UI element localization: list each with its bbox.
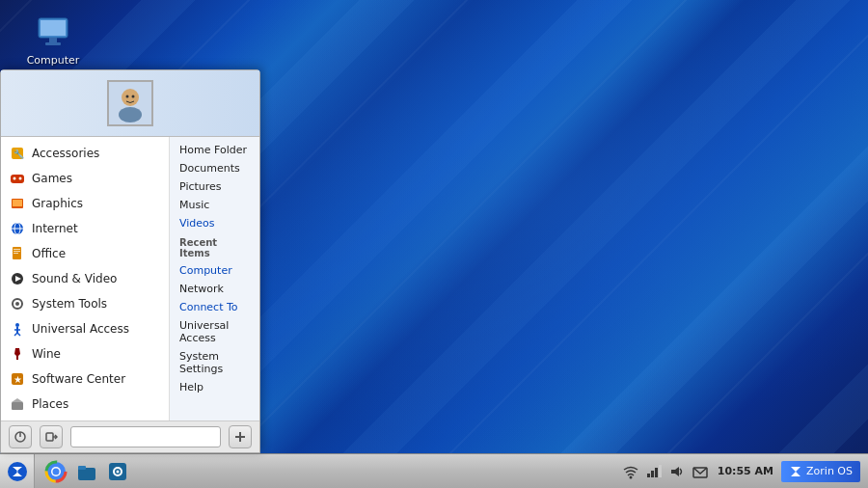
games-icon	[9, 170, 26, 187]
menu-item-sound-video[interactable]: Sound & Video	[1, 266, 169, 291]
menu-right-column: Home Folder Documents Pictures Music Vid…	[170, 137, 259, 420]
menu-right-computer[interactable]: Computer	[170, 261, 259, 280]
svg-rect-42	[46, 433, 53, 441]
menu-item-places[interactable]: Places	[1, 392, 169, 417]
accessories-icon: 🔧	[9, 145, 26, 162]
menu-item-internet[interactable]: Internet	[1, 216, 169, 241]
menu-right-music[interactable]: Music	[170, 196, 259, 214]
os-label: Zorin OS	[806, 465, 853, 477]
menu-item-universal-access[interactable]: Universal Access	[1, 316, 169, 341]
menu-item-wine[interactable]: Wine	[1, 341, 169, 366]
svg-point-29	[15, 302, 19, 306]
svg-rect-18	[13, 200, 22, 206]
menu-right-universal-access[interactable]: Universal Access	[170, 316, 259, 347]
svg-point-58	[117, 470, 120, 473]
svg-marker-66	[791, 467, 800, 476]
menu-body: 🔧 Accessories Games Graphics	[1, 137, 259, 420]
svg-text:🔧: 🔧	[14, 149, 25, 160]
svg-rect-3	[45, 42, 61, 45]
menu-bottom-bar	[1, 420, 259, 452]
svg-marker-35	[14, 348, 20, 360]
system-tools-icon	[9, 295, 26, 312]
menu-right-network[interactable]: Network	[170, 280, 259, 298]
start-menu: 🔧 Accessories Games Graphics	[0, 69, 260, 453]
signal-icon[interactable]	[644, 462, 664, 481]
menu-item-games[interactable]: Games	[1, 166, 169, 191]
menu-item-accessories[interactable]: 🔧 Accessories	[1, 141, 169, 166]
taskbar-settings[interactable]	[104, 458, 131, 485]
svg-rect-25	[14, 253, 18, 254]
svg-point-59	[629, 475, 632, 478]
start-button[interactable]	[0, 454, 35, 489]
svg-marker-64	[671, 467, 679, 476]
software-center-icon: ★	[9, 370, 26, 388]
svg-point-9	[119, 107, 142, 122]
menu-right-system-settings[interactable]: System Settings	[170, 347, 259, 378]
desktop: Computer home	[0, 0, 868, 488]
svg-line-34	[17, 333, 20, 336]
svg-point-16	[19, 177, 22, 180]
zorin-badge[interactable]: Zorin OS	[781, 461, 860, 482]
svg-rect-2	[49, 38, 57, 42]
svg-point-10	[126, 95, 129, 98]
menu-right-videos[interactable]: Videos	[170, 214, 259, 232]
shutdown-button[interactable]	[9, 425, 32, 448]
search-input[interactable]	[70, 426, 221, 447]
svg-rect-55	[78, 466, 86, 470]
computer-icon	[34, 14, 72, 52]
taskbar-apps	[35, 458, 139, 485]
svg-rect-14	[11, 175, 24, 183]
menu-user-area	[1, 70, 259, 137]
menu-item-software-center[interactable]: ★ Software Center	[1, 366, 169, 392]
svg-point-8	[122, 89, 139, 106]
logout-button[interactable]	[40, 425, 63, 448]
add-button[interactable]	[229, 425, 252, 448]
menu-right-connect-to[interactable]: Connect To	[170, 298, 259, 316]
menu-item-graphics[interactable]: Graphics	[1, 191, 169, 216]
svg-rect-61	[651, 471, 654, 477]
places-icon	[9, 395, 26, 413]
svg-point-11	[132, 95, 135, 98]
office-icon	[9, 245, 26, 262]
sound-video-icon	[9, 270, 26, 287]
menu-item-office[interactable]: Office	[1, 241, 169, 266]
menu-left-column: 🔧 Accessories Games Graphics	[1, 137, 170, 420]
internet-icon	[9, 220, 26, 237]
clock: 10:55 AM	[714, 465, 777, 477]
svg-point-30	[15, 323, 19, 327]
svg-point-53	[53, 468, 60, 474]
svg-rect-63	[659, 465, 662, 477]
volume-icon[interactable]	[667, 462, 687, 481]
menu-item-system-tools[interactable]: System Tools	[1, 291, 169, 316]
svg-rect-62	[655, 468, 658, 477]
svg-rect-23	[14, 249, 20, 250]
menu-right-recent-items-header: Recent Items	[170, 232, 259, 261]
taskbar-left	[0, 454, 139, 488]
computer-icon-label: Computer	[27, 54, 80, 67]
wifi-icon[interactable]	[621, 462, 640, 481]
menu-right-documents[interactable]: Documents	[170, 159, 259, 177]
svg-rect-60	[647, 474, 650, 477]
taskbar-browser[interactable]	[42, 458, 69, 485]
menu-right-help[interactable]: Help	[170, 378, 259, 396]
graphics-icon	[9, 195, 26, 212]
svg-point-15	[14, 177, 16, 180]
svg-rect-1	[41, 20, 66, 36]
universal-access-icon	[9, 320, 26, 338]
taskbar: 10:55 AM Zorin OS	[0, 453, 868, 488]
svg-rect-24	[14, 251, 20, 252]
svg-marker-39	[12, 398, 23, 402]
svg-rect-38	[12, 402, 23, 410]
menu-right-home-folder[interactable]: Home Folder	[170, 141, 259, 159]
email-icon[interactable]	[691, 462, 710, 481]
svg-text:★: ★	[14, 374, 22, 385]
desktop-icon-computer[interactable]: Computer	[19, 10, 87, 70]
taskbar-files[interactable]	[73, 458, 100, 485]
taskbar-right: 10:55 AM Zorin OS	[621, 454, 868, 488]
menu-right-pictures[interactable]: Pictures	[170, 177, 259, 196]
wine-icon	[9, 345, 26, 363]
user-avatar	[107, 80, 153, 126]
